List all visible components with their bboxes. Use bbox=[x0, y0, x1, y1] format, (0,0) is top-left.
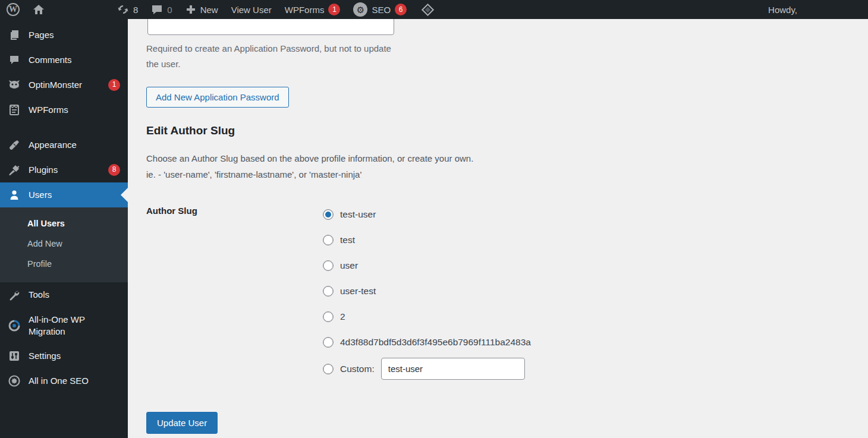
plus-icon bbox=[185, 4, 196, 15]
update-user-button[interactable]: Update User bbox=[146, 412, 218, 434]
view-user-link[interactable]: View User bbox=[225, 0, 278, 19]
admin-bar: W 8 0 New View User WPForms 1 ⚙ SEO 6 bbox=[0, 0, 868, 19]
sidebar-item-settings[interactable]: Settings bbox=[0, 344, 128, 368]
edit-author-slug-description: Choose an Author Slug based on the above… bbox=[146, 150, 868, 184]
radio-custom[interactable] bbox=[323, 364, 334, 374]
appearance-brush-icon bbox=[8, 139, 21, 151]
submenu-item-add-new[interactable]: Add New bbox=[0, 234, 128, 254]
sidebar-label-users: Users bbox=[29, 189, 120, 201]
radio-2[interactable] bbox=[323, 311, 334, 322]
sidebar-label-pages: Pages bbox=[29, 29, 120, 41]
submenu-item-profile[interactable]: Profile bbox=[0, 254, 128, 274]
aioseo-gear-icon bbox=[8, 375, 21, 387]
sidebar-label-wpforms: WPForms bbox=[29, 104, 120, 116]
new-label: New bbox=[200, 5, 218, 15]
howdy-label: Howdy, bbox=[768, 5, 797, 15]
menu-separator bbox=[0, 122, 128, 133]
optinmonster-icon bbox=[8, 79, 21, 91]
users-icon bbox=[8, 189, 21, 201]
radio-user-test[interactable] bbox=[323, 286, 334, 297]
app-password-help-text: Required to create an Application Passwo… bbox=[146, 41, 402, 73]
main-content: Required to create an Application Passwo… bbox=[128, 19, 868, 438]
sidebar-label-wp-migration: All-in-One WP Migration bbox=[29, 314, 120, 337]
author-slug-option-user-test[interactable]: user-test bbox=[323, 281, 531, 301]
author-slug-option-test-user[interactable]: test-user bbox=[323, 204, 531, 224]
comments-count: 0 bbox=[167, 5, 172, 15]
sidebar-item-tools[interactable]: Tools bbox=[0, 282, 128, 307]
sidebar-item-comments[interactable]: Comments bbox=[0, 48, 128, 73]
admin-sidebar: Pages Comments OptinMonster 1 bbox=[0, 19, 128, 438]
updates-count: 8 bbox=[133, 5, 138, 15]
author-slug-option-custom[interactable]: Custom: bbox=[323, 358, 531, 380]
radio-label-test-user: test-user bbox=[340, 209, 376, 220]
author-slug-option-user[interactable]: user bbox=[323, 256, 531, 275]
sidebar-label-appearance: Appearance bbox=[29, 139, 120, 151]
sidebar-label-settings: Settings bbox=[29, 350, 120, 362]
sidebar-label-plugins: Plugins bbox=[29, 164, 102, 176]
sidebar-label-optinmonster: OptinMonster bbox=[29, 79, 102, 91]
description-line-2: ie. - 'user-name', 'firstname-lastname',… bbox=[146, 166, 868, 183]
sidebar-item-optinmonster[interactable]: OptinMonster 1 bbox=[0, 73, 128, 97]
radio-user[interactable] bbox=[323, 260, 334, 271]
howdy-account-menu[interactable]: Howdy, bbox=[762, 0, 804, 19]
tools-wrench-icon bbox=[8, 289, 21, 301]
seo-badge: 6 bbox=[395, 4, 407, 15]
app-password-name-input[interactable] bbox=[147, 19, 394, 35]
radio-label-test: test bbox=[340, 235, 355, 245]
wpforms-label: WPForms bbox=[285, 5, 325, 15]
author-slug-form-row: Author Slug test-user test user user-tes… bbox=[146, 204, 868, 380]
author-slug-option-hash[interactable]: 4d3f88d7bdf5d3d6f3f495e6b7969f111ba2483a bbox=[323, 332, 531, 352]
sidebar-item-pages[interactable]: Pages bbox=[0, 23, 128, 48]
radio-label-2: 2 bbox=[340, 311, 345, 322]
author-slug-option-2[interactable]: 2 bbox=[323, 307, 531, 326]
home-icon bbox=[33, 4, 45, 15]
pages-icon bbox=[8, 29, 21, 41]
wp-logo-menu[interactable]: W bbox=[0, 0, 26, 19]
add-application-password-button[interactable]: Add New Application Password bbox=[146, 87, 289, 108]
view-user-label: View User bbox=[231, 5, 272, 15]
custom-option-label: Custom: bbox=[340, 364, 375, 374]
radio-test-user[interactable] bbox=[323, 209, 334, 220]
wordpress-logo-icon: W bbox=[7, 3, 20, 16]
comment-bubble-icon bbox=[151, 4, 163, 15]
updates-link[interactable]: 8 bbox=[111, 0, 144, 19]
author-slug-options: test-user test user user-test 2 bbox=[323, 204, 531, 380]
migration-icon bbox=[8, 320, 21, 332]
custom-slug-input[interactable] bbox=[381, 358, 525, 380]
sidebar-item-users[interactable]: Users bbox=[0, 182, 128, 207]
sidebar-label-aioseo: All in One SEO bbox=[29, 375, 120, 387]
sidebar-item-appearance[interactable]: Appearance bbox=[0, 133, 128, 157]
wpforms-menu[interactable]: WPForms 1 bbox=[278, 0, 347, 19]
wpforms-badge: 1 bbox=[328, 4, 340, 15]
submenu-item-all-users[interactable]: All Users bbox=[0, 213, 128, 234]
updates-icon bbox=[117, 4, 129, 15]
migration-admin-menu[interactable] bbox=[413, 0, 442, 19]
site-home-link[interactable] bbox=[26, 0, 51, 19]
diamond-plugin-icon bbox=[422, 3, 434, 15]
optinmonster-badge: 1 bbox=[108, 79, 120, 91]
sidebar-item-aioseo[interactable]: All in One SEO bbox=[0, 368, 128, 393]
author-slug-option-test[interactable]: test bbox=[323, 230, 531, 250]
radio-test[interactable] bbox=[323, 235, 334, 245]
sidebar-label-tools: Tools bbox=[29, 289, 120, 301]
comments-icon bbox=[8, 54, 21, 66]
plugins-icon bbox=[8, 164, 21, 176]
plugins-badge: 8 bbox=[108, 164, 120, 176]
seo-menu[interactable]: ⚙ SEO 6 bbox=[347, 0, 413, 19]
description-line-1: Choose an Author Slug based on the above… bbox=[146, 150, 868, 167]
seo-gear-icon: ⚙ bbox=[353, 2, 367, 17]
sidebar-item-plugins[interactable]: Plugins 8 bbox=[0, 157, 128, 182]
comments-link[interactable]: 0 bbox=[144, 0, 178, 19]
seo-label: SEO bbox=[372, 5, 391, 15]
settings-sliders-icon bbox=[8, 350, 21, 362]
radio-hash[interactable] bbox=[323, 337, 334, 348]
author-slug-field-label: Author Slug bbox=[146, 204, 323, 380]
users-submenu: All Users Add New Profile bbox=[0, 207, 128, 282]
sidebar-label-comments: Comments bbox=[29, 54, 120, 66]
radio-label-hash: 4d3f88d7bdf5d3d6f3f495e6b7969f111ba2483a bbox=[340, 337, 531, 348]
sidebar-item-wp-migration[interactable]: All-in-One WP Migration bbox=[0, 307, 128, 344]
edit-author-slug-heading: Edit Author Slug bbox=[146, 124, 868, 137]
new-content-menu[interactable]: New bbox=[179, 0, 225, 19]
sidebar-item-wpforms[interactable]: WPForms bbox=[0, 97, 128, 122]
radio-label-user-test: user-test bbox=[340, 286, 376, 297]
